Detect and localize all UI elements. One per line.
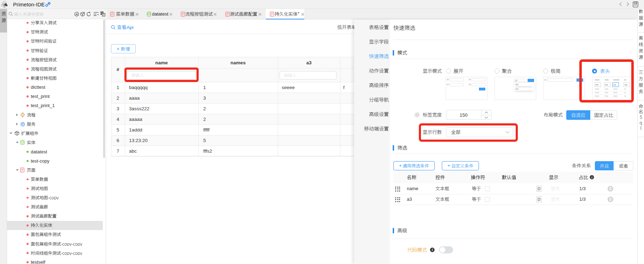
svg-text:AI: AI bbox=[76, 13, 78, 16]
svg-text:文: 文 bbox=[103, 13, 105, 16]
svg-text:i: i bbox=[432, 248, 433, 252]
